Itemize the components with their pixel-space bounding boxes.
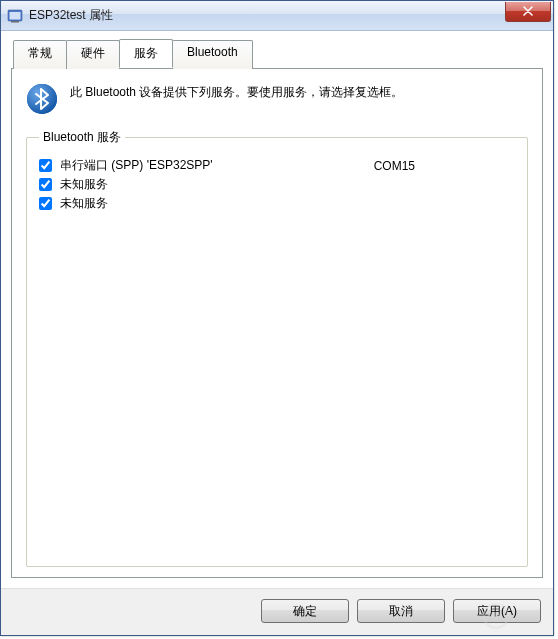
titlebar[interactable]: ESP32test 属性 xyxy=(1,1,553,31)
window-icon xyxy=(7,8,23,24)
bluetooth-icon xyxy=(26,83,58,115)
groupbox-title: Bluetooth 服务 xyxy=(39,129,125,146)
button-label: 应用(A) xyxy=(477,604,517,618)
intro-text: 此 Bluetooth 设备提供下列服务。要使用服务，请选择复选框。 xyxy=(70,83,528,102)
service-row: 串行端口 (SPP) 'ESP32SPP' COM15 xyxy=(39,156,515,175)
tab-label: 常规 xyxy=(28,46,52,60)
service-port: COM15 xyxy=(374,159,515,173)
tabs-row: 常规 硬件 服务 Bluetooth xyxy=(13,39,543,68)
window-title: ESP32test 属性 xyxy=(29,7,505,24)
tab-general[interactable]: 常规 xyxy=(13,40,67,69)
service-label: 未知服务 xyxy=(60,176,108,193)
tab-label: Bluetooth xyxy=(187,45,238,59)
services-groupbox: Bluetooth 服务 串行端口 (SPP) 'ESP32SPP' COM15… xyxy=(26,129,528,567)
service-checkbox[interactable] xyxy=(39,178,52,191)
service-label: 串行端口 (SPP) 'ESP32SPP' xyxy=(60,157,213,174)
tab-label: 硬件 xyxy=(81,46,105,60)
cancel-button[interactable]: 取消 xyxy=(357,599,445,623)
service-checkbox[interactable] xyxy=(39,159,52,172)
intro-row: 此 Bluetooth 设备提供下列服务。要使用服务，请选择复选框。 xyxy=(26,83,528,115)
service-checkbox[interactable] xyxy=(39,197,52,210)
svg-rect-2 xyxy=(11,21,19,23)
tab-services[interactable]: 服务 xyxy=(119,39,173,68)
apply-button[interactable]: 应用(A) xyxy=(453,599,541,623)
tab-bluetooth[interactable]: Bluetooth xyxy=(172,40,253,69)
tab-panel-services: 此 Bluetooth 设备提供下列服务。要使用服务，请选择复选框。 Bluet… xyxy=(11,68,543,578)
tab-hardware[interactable]: 硬件 xyxy=(66,40,120,69)
ok-button[interactable]: 确定 xyxy=(261,599,349,623)
content-area: 常规 硬件 服务 Bluetooth xyxy=(1,31,553,588)
close-button[interactable] xyxy=(505,2,551,22)
button-label: 确定 xyxy=(293,604,317,618)
tab-label: 服务 xyxy=(134,46,158,60)
dialog-button-row: 确定 取消 应用(A) xyxy=(1,588,553,635)
properties-dialog: ESP32test 属性 常规 硬件 服务 Bluetooth xyxy=(0,0,554,636)
svg-rect-1 xyxy=(10,12,21,20)
service-row: 未知服务 xyxy=(39,194,515,213)
button-label: 取消 xyxy=(389,604,413,618)
service-row: 未知服务 xyxy=(39,175,515,194)
service-label: 未知服务 xyxy=(60,195,108,212)
